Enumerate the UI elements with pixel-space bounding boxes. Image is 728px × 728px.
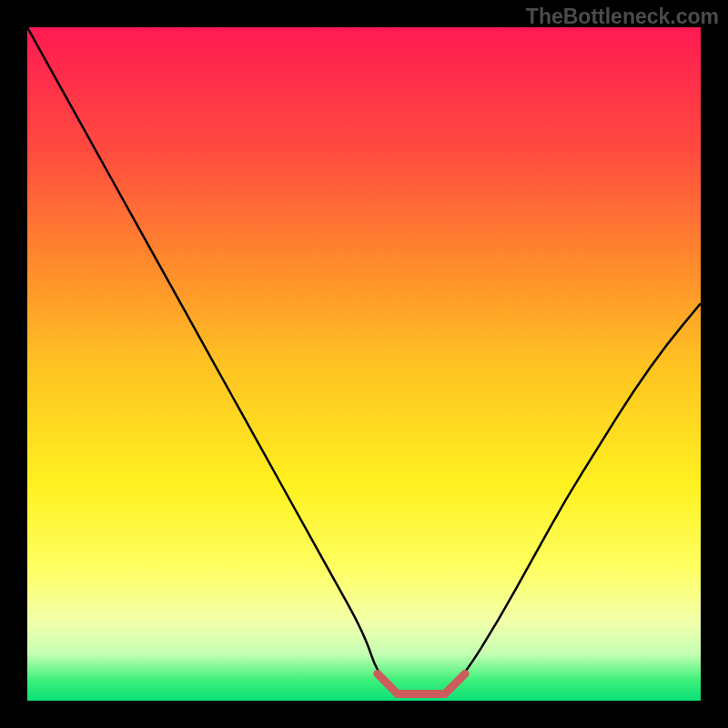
bottleneck-curve-path [27, 27, 701, 694]
watermark-text: TheBottleneck.com [526, 5, 719, 29]
bottleneck-curve-svg [27, 27, 701, 701]
chart-plot-area [27, 27, 701, 701]
optimal-band-path [378, 673, 465, 693]
